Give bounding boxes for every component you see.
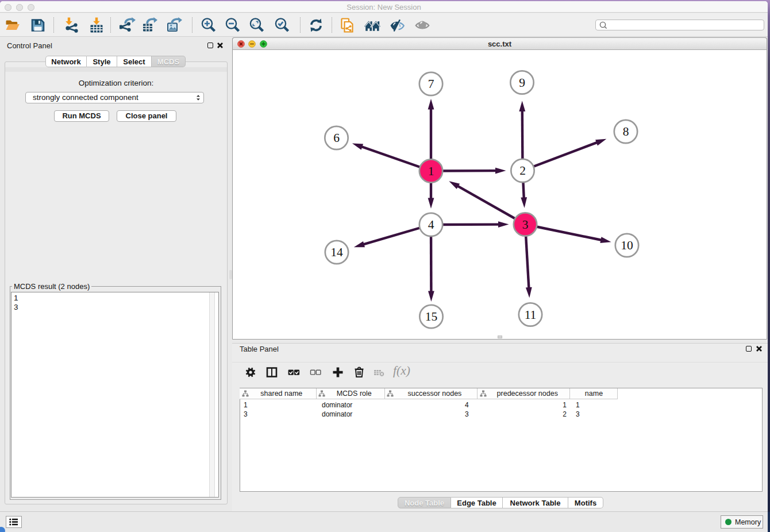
svg-text:15: 15	[425, 310, 438, 323]
svg-text:9: 9	[519, 76, 525, 90]
svg-text:2: 2	[519, 164, 526, 178]
svg-text:8: 8	[623, 125, 629, 138]
svg-text:6: 6	[333, 131, 340, 145]
svg-text:4: 4	[428, 218, 434, 232]
svg-text:1: 1	[428, 164, 434, 178]
svg-text:14: 14	[330, 245, 343, 259]
svg-text:10: 10	[621, 238, 633, 252]
svg-text:3: 3	[522, 218, 529, 232]
svg-text:11: 11	[525, 308, 537, 322]
svg-text:7: 7	[428, 77, 434, 91]
